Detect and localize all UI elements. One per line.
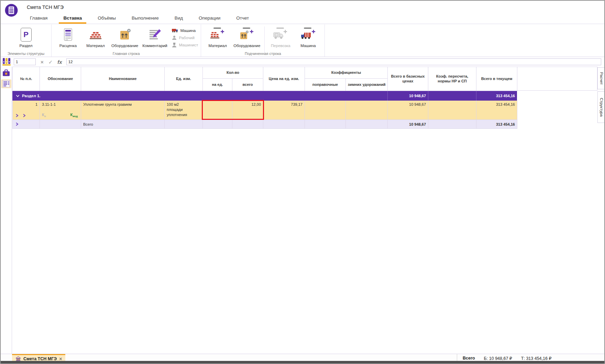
header-coeff-group: Коэффициенты bbox=[305, 67, 388, 79]
kommentariy-button[interactable]: Комментарий bbox=[140, 24, 169, 48]
expand-chevron-icon[interactable] bbox=[15, 122, 19, 126]
item-num: 1 bbox=[35, 102, 37, 106]
close-icon[interactable]: × bbox=[59, 356, 62, 361]
razdel-button[interactable]: P Раздел bbox=[12, 24, 40, 48]
total-base: 10 948,67 bbox=[409, 122, 428, 126]
expand-chevron-icon[interactable] bbox=[23, 114, 26, 117]
item-name: Уплотнение грунта гравием bbox=[83, 102, 132, 106]
expand-chevron-icon[interactable] bbox=[15, 114, 19, 117]
header-basis: Обоснование bbox=[40, 67, 81, 91]
item-unit-price: 739,17 bbox=[291, 102, 302, 106]
header-num: № п.п. bbox=[13, 67, 40, 91]
razdel-icon: P bbox=[21, 28, 32, 42]
app-window: Смета ТСН МГЭ Главная Вставка Объёмы Вып… bbox=[0, 0, 605, 364]
menu-bar: Главная Вставка Объёмы Выполнение Вид Оп… bbox=[1, 12, 604, 24]
confirm-icon[interactable]: ✓ bbox=[48, 59, 53, 65]
sub-oborudovanie-button[interactable]: Оборудование bbox=[231, 24, 262, 48]
total-label: Всего bbox=[81, 120, 165, 129]
title-bar: Смета ТСН МГЭ bbox=[1, 1, 604, 12]
collapse-chevron-icon[interactable] bbox=[16, 94, 20, 98]
perevozka-button: Перевозка bbox=[267, 24, 294, 48]
document-tab-label: Смета ТСН МГЭ bbox=[23, 356, 57, 361]
oborudovanie-button[interactable]: Оборудование bbox=[109, 24, 140, 48]
item-unit[interactable]: 100 м2 площади уплотнения bbox=[165, 101, 203, 120]
side-tab-calc[interactable]: Расчет bbox=[597, 67, 605, 89]
section-total-base: 10 948,67 bbox=[409, 94, 426, 98]
sub-material-button[interactable]: Материал bbox=[204, 24, 231, 48]
ribbon-group-structure: P Раздел Элементы структуры bbox=[1, 24, 52, 57]
item-row[interactable]: 1 3.11-1-1 Кп Кинд Уплотнение грунта гра… bbox=[12, 101, 517, 120]
left-view-strip bbox=[1, 67, 12, 354]
ribbon-group-main-row: Расценка Материал bbox=[52, 24, 201, 57]
header-total-current: Всего в текущем bbox=[476, 67, 517, 91]
tab-vypolnenie[interactable]: Выполнение bbox=[127, 12, 163, 24]
cancel-icon[interactable]: × bbox=[41, 59, 44, 65]
kp-coefficient[interactable]: Кп bbox=[42, 113, 46, 118]
total-row[interactable]: Всего 10 948,67 313 454,16 bbox=[12, 120, 517, 129]
formula-bar: × ✓ fx bbox=[1, 57, 604, 67]
sub-mashina-icon bbox=[300, 27, 316, 43]
item-coeff-corr-cell[interactable] bbox=[305, 101, 346, 120]
formula-value-input[interactable] bbox=[66, 58, 601, 65]
kind-coefficient[interactable]: Кинд bbox=[70, 113, 78, 118]
sub-oborudovanie-icon bbox=[239, 27, 255, 43]
briefcase-view-button[interactable] bbox=[1, 68, 11, 77]
sub-material-icon bbox=[209, 27, 226, 43]
section-row[interactable]: Раздел 1. 10 948,67 313 454,16 bbox=[12, 91, 517, 101]
item-total-base: 10 948,67 bbox=[409, 102, 426, 106]
tab-obyomy[interactable]: Объёмы bbox=[93, 12, 120, 24]
status-total-label: Всего bbox=[463, 356, 475, 361]
tab-vstavka[interactable]: Вставка bbox=[59, 12, 86, 24]
header-qty-group: Кол-во bbox=[203, 67, 263, 79]
status-current-value: Т: 313 454,16 ₽ bbox=[521, 356, 552, 361]
tab-otchet[interactable]: Отчет bbox=[232, 12, 253, 24]
tab-vid[interactable]: Вид bbox=[170, 12, 187, 24]
estimate-table: № п.п. Обоснование Наименование Ед. изм.… bbox=[12, 67, 517, 129]
header-recalc: Коэф. пересчета, нормы НР и СП bbox=[428, 67, 476, 91]
material-bricks-icon bbox=[88, 27, 103, 43]
material-button[interactable]: Материал bbox=[82, 24, 109, 48]
status-base-value: Б: 10 948,67 ₽ bbox=[484, 356, 512, 361]
driver-icon bbox=[172, 42, 177, 48]
main-row-stack: Машина Рабочий Машинист bbox=[172, 24, 198, 48]
header-extension bbox=[517, 67, 597, 91]
item-qty-total: 12,00 bbox=[251, 102, 261, 106]
item-qty-per-cell[interactable] bbox=[203, 101, 232, 120]
section-total-current: 313 454,16 bbox=[496, 94, 515, 98]
fx-icon[interactable]: fx bbox=[57, 59, 62, 65]
bottom-strip bbox=[1, 361, 604, 363]
item-recalc-cell[interactable] bbox=[428, 101, 476, 120]
header-coeff-corr: поправочные bbox=[305, 79, 346, 91]
item-coeff-winter-cell[interactable] bbox=[346, 101, 388, 120]
ribbon: P Раздел Элементы структуры Расценка bbox=[1, 24, 604, 57]
tab-operacii[interactable]: Операции bbox=[194, 12, 225, 24]
sub-mashina-button[interactable]: Машина bbox=[294, 24, 322, 48]
oborudovanie-crate-icon bbox=[118, 27, 132, 43]
mashina-button[interactable]: Машина bbox=[172, 27, 198, 34]
truck-icon bbox=[172, 28, 178, 33]
rascenka-icon bbox=[61, 27, 75, 43]
row-reference-input[interactable] bbox=[14, 58, 36, 65]
app-title: Смета ТСН МГЭ bbox=[27, 4, 64, 10]
header-coeff-winter: зимних удорожаний bbox=[346, 79, 388, 91]
header-unit: Ед. изм. bbox=[165, 67, 203, 91]
worker-icon bbox=[172, 35, 177, 41]
tab-glavnaya[interactable]: Главная bbox=[25, 12, 52, 24]
binders-icon[interactable] bbox=[2, 57, 11, 66]
briefcase-icon bbox=[2, 69, 10, 77]
perevozka-icon bbox=[272, 27, 289, 43]
header-name: Наименование bbox=[81, 67, 165, 91]
item-total-current: 313 454,16 bbox=[496, 102, 515, 106]
table-header: № п.п. Обоснование Наименование Ед. изм.… bbox=[12, 67, 517, 91]
ribbon-group-sub-row: Материал Оборудование bbox=[201, 24, 325, 57]
rabochiy-button: Рабочий bbox=[172, 34, 198, 41]
rascenka-button[interactable]: Расценка bbox=[54, 24, 82, 48]
sheet-view-button[interactable] bbox=[1, 79, 11, 88]
side-tab-structure[interactable]: Структура bbox=[597, 91, 605, 123]
total-current: 313 454,16 bbox=[496, 122, 517, 126]
mashinist-button: Машинист bbox=[172, 42, 198, 48]
header-unit-price: Цена на ед. изм. bbox=[263, 67, 305, 91]
sheet-icon bbox=[2, 80, 10, 88]
ribbon-separator bbox=[264, 26, 265, 53]
item-code: 3.11-1-1 bbox=[42, 102, 56, 106]
